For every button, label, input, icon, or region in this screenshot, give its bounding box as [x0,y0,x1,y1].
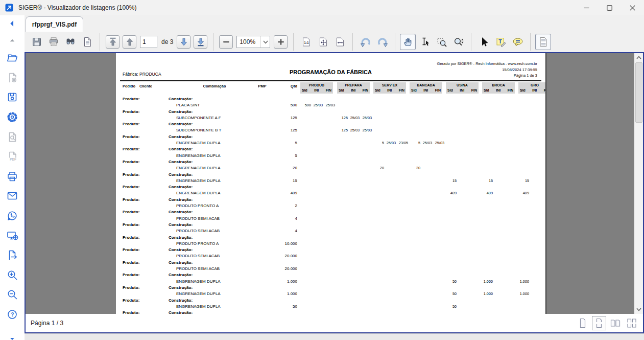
construcao-label: Construção: [169,209,193,215]
open-file-button[interactable] [5,52,20,64]
document-tab[interactable]: rfpprgf_VIS.pdf [26,16,83,32]
toolbar-separator [293,33,294,51]
maximize-button[interactable] [598,0,621,15]
continuous-view-mode-button[interactable] [592,316,606,330]
print-sidebar-button[interactable] [5,170,20,183]
construcao-label: Construção: [169,197,193,203]
question-icon: ? [6,308,18,321]
print-button[interactable] [45,34,61,50]
continuous-view-button[interactable] [535,34,551,50]
group-cell-gro: 1.000 [518,291,545,297]
group-cell-broca: 1.000 [482,279,517,285]
group-cell-prepara: 12525/0325/03 [337,115,372,121]
scrollbar-up-button[interactable] [634,53,643,62]
preview-button[interactable] [5,131,20,143]
hand-tool-button[interactable] [400,34,416,50]
product-name: ENGRENAGEM DUPLA [176,165,221,171]
search-button[interactable] [62,34,78,50]
settings-button[interactable] [5,111,20,123]
construcao-label: Construção: [169,272,193,278]
generated-by: Gerado por SIGER® - Rech Informática - w… [437,61,537,67]
scroll-down-button[interactable] [5,335,20,340]
actual-size-button[interactable]: 1:1 [298,34,314,50]
product-name: PRODUTO SEMI ACAB [176,228,220,234]
first-page-button[interactable] [106,35,120,49]
minimize-button[interactable] [575,0,598,15]
publish-button[interactable] [5,230,20,242]
close-button[interactable] [621,0,644,15]
continuous-view-icon [593,317,605,329]
zoom-in-button[interactable] [274,35,288,49]
fit-width-button[interactable] [332,34,348,50]
produto-label: Produto: [123,172,139,178]
report-row-data: ENGRENAGEM DUPLA202020 [116,165,545,171]
group-cell-usina: 50 [446,279,481,285]
email-button[interactable] [5,190,20,202]
save-button[interactable] [29,34,44,50]
single-page-view-button[interactable] [576,316,590,330]
group-cell-produd: 50025/0325/03 [300,102,335,108]
product-name: PRODUTO PRONTO A [176,241,219,247]
zoom-marquee-button[interactable] [434,34,449,50]
text-note-button[interactable]: T [493,34,509,50]
next-page-button[interactable] [177,35,190,49]
maximize-icon [607,5,612,11]
produto-label: Produto: [123,209,139,215]
report-divider [120,80,541,81]
help-button[interactable]: ? [5,308,20,321]
document-properties-button[interactable] [79,34,95,50]
zoom-out-sidebar-button[interactable] [5,288,20,301]
whatsapp-button[interactable] [5,210,20,222]
construcao-label: Construção: [169,260,193,266]
zoom-out-button[interactable] [219,35,233,49]
construcao-label: Construção: [169,96,193,102]
comment-button[interactable] [510,34,526,50]
product-name: PRODUTO SEMI ACAB [176,266,220,272]
fit-page-button[interactable] [315,34,331,50]
scrollbar-down-button[interactable] [634,305,643,314]
zoom-level-combo[interactable]: 100% [236,36,270,48]
group-cell-usina: 50 [446,291,481,297]
report-row-data: ENGRENAGEM DUPLA5050 [116,304,545,310]
printer-icon [47,36,60,48]
zoom-dynamic-button[interactable] [450,34,466,50]
zoom-in-sidebar-button[interactable] [5,269,20,281]
product-qtd: 2 [264,203,297,209]
scrollbar-thumb[interactable] [635,62,642,123]
rotate-left-button[interactable] [357,34,373,50]
product-name: PRODUTO SEMI ACAB [176,253,220,259]
collapse-sidebar-button[interactable] [5,18,20,29]
product-name: ENGRENAGEM DUPLA [176,178,221,184]
facing-view-button[interactable] [608,316,623,330]
close-document-button[interactable] [5,72,20,84]
svg-text:?: ? [11,312,14,318]
group-header-broca: BROCASldINIFIN [482,82,515,94]
export-button[interactable] [5,249,20,261]
save-sidebar-button[interactable] [5,91,20,103]
triangle-down-icon [8,335,17,340]
monitor-upload-icon [6,230,18,242]
previous-page-button[interactable] [123,35,136,49]
product-name: PLACA SINT [176,102,200,108]
product-qtd: 125 [264,115,297,121]
rotate-right-button[interactable] [374,34,390,50]
construcao-label: Construção: [169,298,193,304]
construcao-label: Construção: [169,146,193,152]
pdf-button[interactable]: PDF [5,150,20,163]
last-page-icon [195,36,206,48]
minimize-icon [584,5,589,11]
select-text-button[interactable] [417,34,433,50]
page-number-input[interactable] [140,36,157,48]
select-annotation-button[interactable] [476,34,492,50]
report-row-labels: Produto:Construção: [116,260,545,266]
construcao-label: Construção: [169,285,193,291]
product-qtd: 1.000 [264,291,297,297]
status-bar: Página 1 / 3 [26,314,643,332]
last-page-button[interactable] [194,35,207,49]
save-icon [31,36,43,48]
vertical-scrollbar[interactable] [634,53,643,314]
continuous-facing-view-button[interactable] [625,316,639,330]
group-cell-broca: 409 [482,190,517,196]
report-row-data: PLACA SINT50050025/0325/03 [116,102,545,108]
scroll-up-button[interactable] [5,36,20,44]
